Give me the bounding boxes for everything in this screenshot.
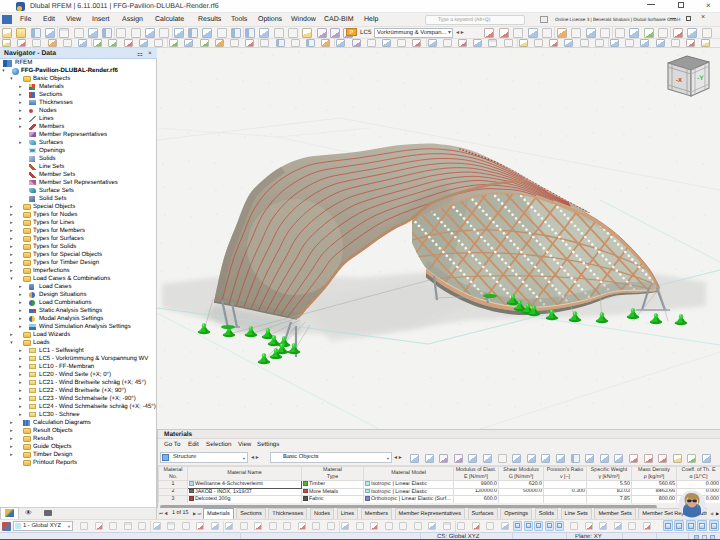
svg-text:-X: -X <box>676 77 682 84</box>
svg-text:-Y: -Y <box>697 75 704 82</box>
